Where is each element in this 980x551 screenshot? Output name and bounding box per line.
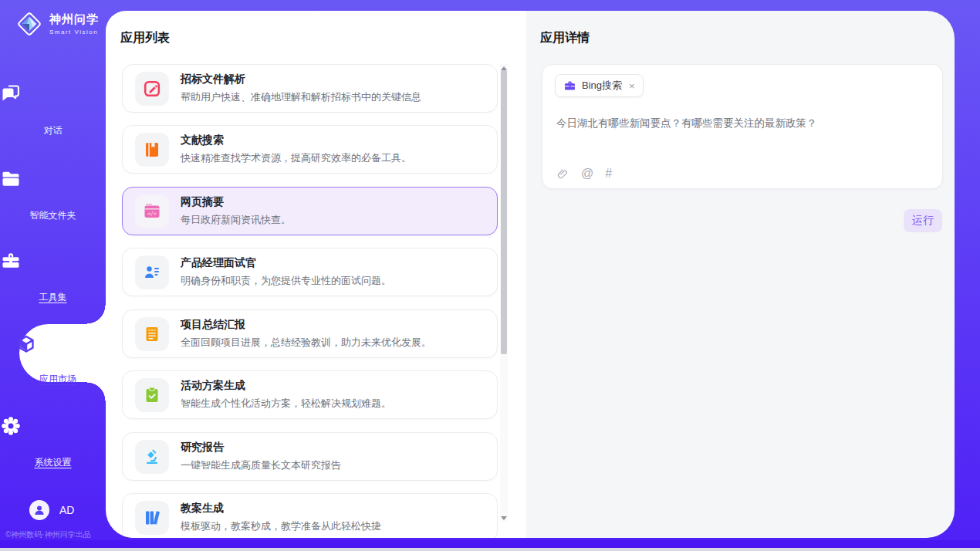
app-detail-title: 应用详情: [540, 30, 590, 46]
note-icon: [135, 317, 169, 351]
app-desc: 每日政府新闻资讯快查。: [181, 213, 291, 227]
active-bubble-curve-top: [87, 306, 106, 324]
app-desc: 智能生成个性化活动方案，轻松解决规划难题。: [181, 397, 391, 411]
book-icon: [135, 133, 169, 167]
browser-code-icon: </>: [135, 194, 169, 228]
app-card-research-report[interactable]: 研究报告 一键智能生成高质量长文本研究报告: [122, 432, 498, 481]
attachment-toolbar: @ #: [556, 167, 612, 181]
app-name: 产品经理面试官: [181, 256, 391, 270]
app-name: 研究报告: [181, 441, 341, 455]
pen-square-icon: [135, 72, 169, 106]
sidebar-item-chat[interactable]: 对话: [0, 83, 106, 137]
svg-text:</>: </>: [147, 210, 157, 216]
app-desc: 快速精准查找学术资源，提高研究效率的必备工具。: [181, 151, 411, 165]
app-detail-panel: 应用详情 Bing搜索 × 今日湖北有哪些新闻要点？有哪些需要关注的最新政策？: [526, 11, 955, 538]
sidebar-item-settings[interactable]: 系统设置: [0, 415, 106, 469]
copyright-text: ©神州数码·神州问学出品: [5, 529, 91, 540]
app-card-pm-interviewer[interactable]: 产品经理面试官 明确身份和职责，为您提供专业性的面试问题。: [122, 248, 498, 296]
list-scrollbar[interactable]: [500, 64, 508, 522]
chat-icon: [0, 83, 106, 105]
app-name: 招标文件解析: [181, 73, 421, 86]
gem-logo-icon: [15, 10, 43, 38]
sidebar-item-label: 对话: [44, 124, 63, 137]
app-desc: 模板驱动，教案秒成，教学准备从此轻松快捷: [181, 519, 381, 533]
window-bottom-edge: [0, 548, 980, 551]
scroll-down-arrow-icon[interactable]: [500, 514, 508, 522]
app-name: 文献搜索: [181, 134, 411, 147]
chip-label: Bing搜索: [582, 79, 622, 93]
sidebar: 神州问学 Smart Vision 对话 智能文件夹: [0, 0, 106, 540]
interviewer-icon: [135, 255, 169, 289]
app-name: 项目总结汇报: [181, 318, 431, 332]
app-desc: 全面回顾项目进展，总结经验教训，助力未来优化发展。: [181, 336, 431, 350]
tool-chip-bing-search[interactable]: Bing搜索 ×: [555, 74, 644, 97]
user-label: AD: [59, 504, 74, 516]
brand-logo: 神州问学 Smart Vision: [15, 10, 99, 38]
prompt-card[interactable]: Bing搜索 × 今日湖北有哪些新闻要点？有哪些需要关注的最新政策？ @ #: [542, 64, 943, 189]
sidebar-item-smart-folder[interactable]: 智能文件夹: [0, 168, 106, 222]
sidebar-item-label: 智能文件夹: [30, 209, 76, 222]
sidebar-item-toolset[interactable]: 工具集: [0, 250, 106, 304]
app-name: 教案生成: [181, 502, 381, 516]
brand-name: 神州问学: [49, 12, 99, 27]
app-name: 网页摘要: [181, 195, 291, 209]
microscope-icon: [135, 440, 169, 474]
books-icon: [135, 501, 169, 535]
app-card-event-plan[interactable]: 活动方案生成 智能生成个性化活动方案，轻松解决规划难题。: [122, 370, 498, 419]
folder-icon: [0, 168, 106, 190]
briefcase-icon: [563, 79, 576, 93]
person-icon: [32, 503, 46, 517]
avatar: [29, 500, 49, 520]
chip-close-icon[interactable]: ×: [629, 80, 635, 92]
sidebar-item-app-market[interactable]: 应用市场: [19, 324, 106, 382]
app-list-panel: 应用列表 招标文件解析 帮助用户快速、准确地理解和解析招标书中的关键信息: [106, 11, 526, 538]
app-desc: 帮助用户快速、准确地理解和解析招标书中的关键信息: [181, 90, 421, 104]
cube-icon: [15, 333, 101, 357]
app-desc: 明确身份和职责，为您提供专业性的面试问题。: [181, 274, 391, 288]
prompt-text[interactable]: 今日湖北有哪些新闻要点？有哪些需要关注的最新政策？: [556, 116, 927, 131]
app-list: 招标文件解析 帮助用户快速、准确地理解和解析招标书中的关键信息 文献搜索 快速精…: [106, 64, 526, 538]
brand-subtitle: Smart Vision: [49, 29, 99, 35]
gear-icon: [0, 415, 106, 437]
sidebar-item-label: 应用市场: [39, 373, 76, 386]
active-bubble-curve-bottom: [87, 382, 106, 401]
toolbox-icon: [0, 250, 106, 272]
app-card-bid-document-analysis[interactable]: 招标文件解析 帮助用户快速、准确地理解和解析招标书中的关键信息: [122, 64, 498, 113]
app-desc: 一键智能生成高质量长文本研究报告: [181, 458, 341, 472]
app-card-literature-search[interactable]: 文献搜索 快速精准查找学术资源，提高研究效率的必备工具。: [122, 125, 498, 174]
app-card-project-summary[interactable]: 项目总结汇报 全面回顾项目进展，总结经验教训，助力未来优化发展。: [122, 309, 498, 358]
main-content: 应用列表 招标文件解析 帮助用户快速、准确地理解和解析招标书中的关键信息: [106, 11, 955, 538]
user-account[interactable]: AD: [29, 500, 74, 520]
app-list-title: 应用列表: [120, 30, 170, 46]
run-button[interactable]: 运行: [904, 209, 942, 232]
app-name: 活动方案生成: [181, 379, 391, 393]
hash-icon[interactable]: #: [605, 167, 612, 181]
app-card-web-summary[interactable]: </> 网页摘要 每日政府新闻资讯快查。: [122, 187, 498, 235]
at-sign-icon[interactable]: @: [581, 167, 593, 181]
bottom-accent-bar: [0, 540, 980, 548]
paperclip-icon[interactable]: [556, 167, 569, 181]
app-card-lesson-plan[interactable]: 教案生成 模板驱动，教案秒成，教学准备从此轻松快捷: [122, 493, 498, 538]
clipboard-check-icon: [135, 378, 169, 412]
sidebar-item-label: 系统设置: [35, 456, 72, 469]
sidebar-item-label: 工具集: [39, 291, 67, 304]
scrollbar-thumb[interactable]: [501, 70, 507, 354]
